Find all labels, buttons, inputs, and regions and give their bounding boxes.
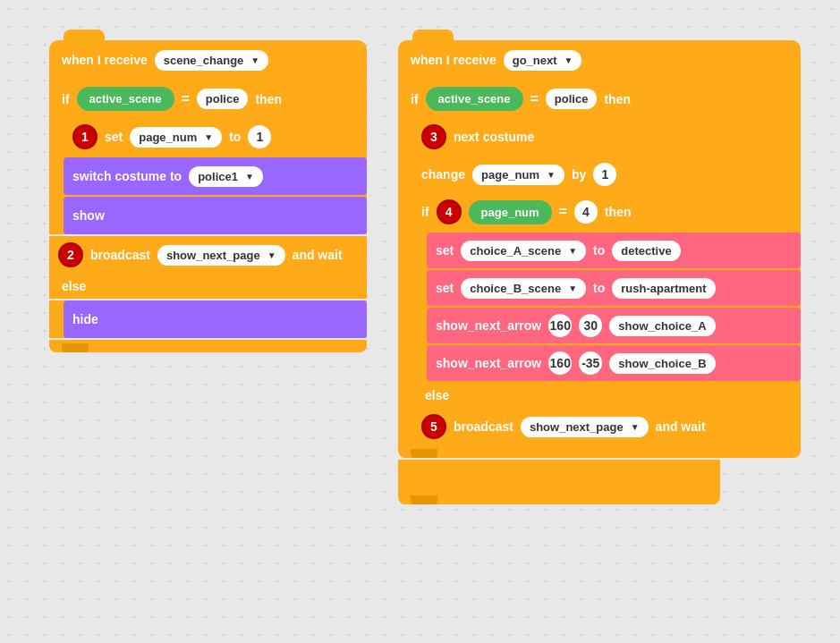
go-next-pill[interactable]: go_next	[504, 50, 582, 71]
detective-pill: detective	[612, 241, 680, 261]
left-script: when I receive scene_change if active_sc…	[49, 40, 367, 352]
if2-val: 4	[574, 200, 598, 224]
broadcast-label-right: broadcast	[454, 419, 513, 434]
page-num-pill-change[interactable]: page_num	[472, 165, 564, 185]
arrow1-y: 30	[579, 314, 602, 337]
change-label: change	[421, 167, 465, 182]
show-next-page-pill-left[interactable]: show_next_page	[157, 245, 285, 266]
page-num-green: page_num	[469, 200, 552, 224]
set-B-label: set	[436, 281, 454, 295]
next-costume-label: next costume	[454, 130, 534, 144]
when-i-receive-label-right: when I receive	[411, 53, 496, 67]
by-label: by	[572, 167, 586, 182]
to-A-label: to	[593, 243, 605, 258]
show-label: show	[72, 208, 105, 223]
step-badge-5: 5	[421, 414, 446, 439]
step-badge-2: 2	[58, 242, 83, 267]
rush-apartment-pill: rush-apartment	[612, 278, 715, 299]
hide-label: hide	[72, 312, 98, 326]
change-val: 1	[593, 163, 616, 186]
set-A-label: set	[436, 243, 454, 258]
else-label-left: else	[62, 279, 86, 293]
active-scene-green-right: active_scene	[426, 87, 523, 111]
if2-label: if	[421, 205, 429, 219]
arrow1-fn: show_next_arrow	[436, 318, 541, 333]
choice-a-scene-pill[interactable]: choice_A_scene	[461, 241, 586, 261]
police-pill-left: police	[197, 89, 249, 109]
right-script: when I receive go_next if active_scene =…	[398, 40, 801, 504]
if-label-right: if	[411, 92, 419, 106]
active-scene-green-left: active_scene	[77, 87, 174, 111]
arrow1-label: show_choice_A	[609, 316, 715, 336]
costume-pill[interactable]: police1	[189, 166, 263, 187]
and-wait-label-left: and wait	[293, 248, 343, 262]
arrow2-fn: show_next_arrow	[436, 356, 541, 370]
then-if2: then	[605, 205, 632, 219]
step-badge-1: 1	[72, 124, 98, 149]
then-label-left: then	[255, 92, 282, 106]
step-badge-4: 4	[437, 199, 462, 224]
broadcast-label-left: broadcast	[90, 248, 150, 262]
else-label-right: else	[425, 388, 449, 402]
choice-b-scene-pill[interactable]: choice_B_scene	[461, 278, 586, 299]
if-label-left: if	[62, 92, 70, 106]
val-1: 1	[248, 125, 271, 148]
eq-right: =	[530, 91, 539, 107]
police-pill-right: police	[546, 89, 598, 109]
when-i-receive-label-left: when I receive	[62, 53, 148, 67]
page-num-pill-1[interactable]: page_num	[130, 127, 222, 148]
arrow2-x: 160	[548, 351, 572, 375]
switch-costume-label: switch costume to	[72, 169, 182, 183]
arrow1-x: 160	[548, 314, 572, 337]
and-wait-label-right: and wait	[656, 419, 706, 434]
arrow2-label: show_choice_B	[609, 353, 715, 374]
eq-if2: =	[559, 204, 567, 220]
set-label-1: set	[105, 130, 123, 144]
to-label-1: to	[229, 130, 241, 144]
to-B-label: to	[593, 281, 605, 295]
show-next-page-pill-right[interactable]: show_next_page	[521, 417, 649, 437]
arrow2-y: -35	[579, 351, 602, 375]
then-label-right: then	[604, 92, 631, 106]
step-badge-3: 3	[421, 124, 446, 149]
scene-change-pill[interactable]: scene_change	[155, 50, 269, 71]
eq-left: =	[182, 91, 190, 107]
